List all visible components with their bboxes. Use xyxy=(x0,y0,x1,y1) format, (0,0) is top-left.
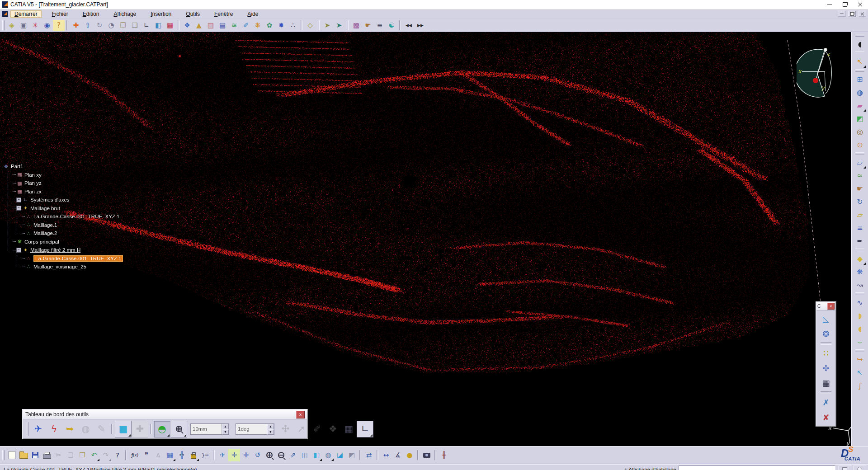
leaf-swirl-icon[interactable]: ✿ xyxy=(264,20,275,31)
plane-arrow-icon[interactable]: ▱ xyxy=(854,156,866,169)
mesh-sphere-icon[interactable]: ◍ xyxy=(854,86,866,99)
render-style-icon[interactable]: ◍ xyxy=(322,449,334,461)
plane-up-icon[interactable]: ✈ xyxy=(30,421,46,437)
collapse-icon[interactable]: − xyxy=(16,248,21,253)
print-icon[interactable] xyxy=(41,449,53,461)
toolbar-handle[interactable] xyxy=(855,152,864,155)
fold-surface-icon[interactable]: ▱ xyxy=(854,208,866,221)
snap-magnifier-icon[interactable] xyxy=(170,421,187,437)
tree-node-label[interactable]: Maillage_voisinage_25 xyxy=(33,264,86,269)
doc-close-button[interactable] xyxy=(859,11,866,17)
mesh-green-icon[interactable]: ∴ xyxy=(25,264,32,270)
grid-flag-icon[interactable]: ▦ xyxy=(819,376,833,390)
tree-node-label[interactable]: La-Grande-Casse-001_TRUE_XYZ.1 xyxy=(33,255,123,262)
dropdown-arrow-icon[interactable] xyxy=(331,459,334,461)
close-button[interactable] xyxy=(853,0,868,9)
tree-node-label[interactable]: Maillage.2 xyxy=(33,230,57,236)
zoom-in-icon[interactable] xyxy=(264,449,275,461)
dropdown-arrow-icon[interactable] xyxy=(320,459,322,461)
undo-icon[interactable]: ↶ xyxy=(88,449,100,461)
open-icon[interactable] xyxy=(18,449,29,461)
part-body-icon[interactable]: ▣ xyxy=(18,20,29,31)
normal-view-icon[interactable]: ⇗ xyxy=(287,449,299,461)
swap-space-icon[interactable]: ◩ xyxy=(346,449,358,461)
toolbar-handle[interactable] xyxy=(2,450,5,460)
cloud-pink-icon[interactable]: ∴ xyxy=(25,214,32,220)
close-icon[interactable]: x xyxy=(827,303,835,310)
step-length-input-value[interactable]: 10mm xyxy=(191,424,222,434)
dropdown-arrow-icon[interactable] xyxy=(184,434,186,437)
tree-node-label[interactable]: Plan xy xyxy=(24,172,42,178)
close-icon[interactable]: x xyxy=(296,411,305,418)
select-icon[interactable]: ↖ xyxy=(854,55,866,68)
working-grid-icon[interactable]: ▦ xyxy=(341,421,357,437)
curve-cross-blue-icon[interactable]: ✗ xyxy=(819,395,833,410)
shell-b-icon[interactable]: ◖ xyxy=(854,322,866,335)
plane-xy-icon[interactable]: ▦ xyxy=(16,172,23,178)
expand-icon[interactable]: + xyxy=(16,197,21,202)
flag-pole-icon[interactable]: ϟ xyxy=(46,421,62,437)
viewport-3d[interactable]: x y z x z y ❖Part1▦Plan xy▦Plan yz▦Plan … xyxy=(0,32,868,446)
dropdown-arrow-icon[interactable] xyxy=(109,459,111,461)
toolbar-handle[interactable] xyxy=(855,349,864,352)
zoom-out-icon[interactable] xyxy=(275,449,287,461)
activate-all-icon[interactable]: ➤ xyxy=(333,20,345,31)
mesh-node-icon[interactable]: ✦ xyxy=(22,205,29,211)
dropdown-arrow-icon[interactable] xyxy=(197,459,199,461)
formula-icon[interactable]: ƒ⒳ xyxy=(129,449,141,461)
paste-special-icon[interactable]: ⇧ xyxy=(82,20,94,31)
part-icon[interactable]: ❖ xyxy=(3,164,9,169)
spin-up-icon[interactable]: ▲ xyxy=(222,424,229,429)
last-icon[interactable]: ▶▶ xyxy=(415,20,426,31)
doc-restore-button[interactable] xyxy=(848,11,856,17)
inertia-icon[interactable]: ● xyxy=(404,449,415,461)
menu-item-aide[interactable]: Aide xyxy=(243,10,262,18)
star-mesh-icon[interactable]: ✸ xyxy=(275,20,287,31)
toolbar-handle[interactable] xyxy=(855,34,864,37)
design-table-icon[interactable]: ▦ xyxy=(164,449,176,461)
spin-down-icon[interactable]: ▼ xyxy=(222,429,229,435)
grid-red-icon[interactable]: ▦ xyxy=(164,20,176,31)
cloud-import-icon[interactable]: ❖ xyxy=(181,20,193,31)
glacier-point-cloud[interactable] xyxy=(0,32,852,446)
list-brace-icon[interactable]: }= xyxy=(199,449,211,461)
new-icon[interactable] xyxy=(6,449,18,461)
tree-node-label[interactable]: Maillage.1 xyxy=(33,222,57,228)
catalog-icon[interactable]: ✚ xyxy=(70,20,82,31)
binocular-icon[interactable]: ◎ xyxy=(854,125,866,138)
ramp-icon[interactable]: ◺ xyxy=(819,311,833,326)
capture-icon[interactable] xyxy=(421,449,433,461)
swatter-icon[interactable]: ◖ xyxy=(854,38,866,51)
restore-button[interactable] xyxy=(837,0,853,9)
dropdown-arrow-icon[interactable] xyxy=(370,434,373,437)
offset-surface-icon[interactable]: ◆ xyxy=(854,252,866,265)
dropdown-arrow-icon[interactable] xyxy=(863,109,866,112)
blue-net-icon[interactable]: ❋ xyxy=(854,265,866,278)
four-squares-icon[interactable]: ∷ xyxy=(819,346,833,361)
net-surface-icon[interactable]: ≋ xyxy=(228,20,240,31)
workbench-sketch-icon[interactable]: ◈ xyxy=(6,20,18,31)
menu-item-outils[interactable]: Outils xyxy=(182,10,204,18)
update-icon[interactable]: ↻ xyxy=(94,20,105,31)
axis-system-icon[interactable]: ∟ xyxy=(141,20,152,31)
mesh-creation-icon[interactable]: ▲ xyxy=(193,20,205,31)
circle-plane-icon[interactable]: ↻ xyxy=(854,195,866,208)
spin-up-icon[interactable]: ▲ xyxy=(267,424,274,429)
flag-mesh-icon[interactable]: ▤ xyxy=(217,20,228,31)
rotate-icon[interactable]: ↺ xyxy=(252,449,264,461)
mesh-node-icon[interactable]: ✦ xyxy=(22,247,29,253)
toolbar-handle[interactable] xyxy=(855,52,864,54)
status-clock-button[interactable] xyxy=(853,465,866,470)
step-length-input[interactable]: 10mm▲▼ xyxy=(190,423,229,435)
toolbar-handle[interactable] xyxy=(27,422,29,436)
hide-show-icon[interactable]: ◪ xyxy=(334,449,346,461)
pen-blue-icon[interactable]: ✐ xyxy=(240,20,252,31)
sphere-mesh-icon[interactable]: ◉ xyxy=(41,20,53,31)
dropdown-arrow-icon[interactable] xyxy=(863,166,866,169)
tools-dashboard-titlebar[interactable]: Tableau de bord des outils x xyxy=(23,410,307,419)
collapse-icon[interactable]: − xyxy=(16,206,21,211)
dropdown-arrow-icon[interactable] xyxy=(173,459,175,461)
body-icon[interactable]: ✾ xyxy=(16,239,23,244)
menu-item-edition[interactable]: Edition xyxy=(79,10,104,18)
dropdown-arrow-icon[interactable] xyxy=(863,66,866,68)
